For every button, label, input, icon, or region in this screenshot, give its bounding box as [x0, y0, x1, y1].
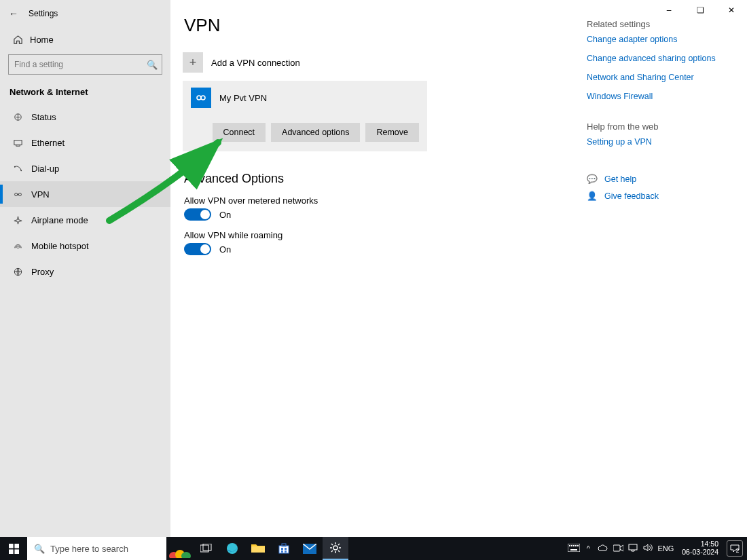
related-settings-heading: Related settings — [587, 19, 729, 29]
svg-point-5 — [18, 193, 21, 195]
svg-rect-37 — [629, 544, 637, 550]
vpn-icon — [12, 189, 23, 200]
network-tray-icon[interactable] — [627, 544, 638, 553]
main-content: – ❏ ✕ VPN + Add a VPN connection My Pvt … — [170, 0, 747, 537]
maximize-button[interactable]: ❏ — [685, 0, 716, 20]
svg-point-4 — [14, 193, 17, 195]
sidebar-item-proxy[interactable]: Proxy — [0, 259, 170, 284]
taskbar: 🔍 Type here to search ^ — [0, 537, 747, 560]
ethernet-icon — [12, 137, 23, 148]
svg-rect-31 — [571, 545, 572, 546]
task-view-icon[interactable] — [194, 537, 219, 560]
sidebar-label: Airplane mode — [31, 215, 88, 225]
sidebar-home[interactable]: Home — [0, 27, 170, 52]
sidebar-home-label: Home — [30, 35, 54, 45]
sidebar-category: Network & Internet — [0, 80, 170, 104]
settings-taskbar-icon[interactable] — [323, 537, 348, 560]
svg-point-8 — [197, 96, 201, 100]
page-title: VPN — [184, 15, 587, 36]
roaming-toggle[interactable] — [184, 243, 211, 255]
svg-point-6 — [17, 247, 18, 248]
taskbar-search[interactable]: 🔍 Type here to search — [27, 537, 166, 560]
edge-icon[interactable] — [219, 537, 245, 560]
minimize-button[interactable]: – — [653, 0, 685, 20]
svg-rect-36 — [613, 545, 620, 551]
window-title: Settings — [29, 9, 58, 18]
airplane-icon — [12, 214, 23, 225]
vpn-name: My Pvt VPN — [219, 93, 267, 103]
svg-rect-34 — [577, 545, 579, 546]
give-feedback-link[interactable]: 👤 Give feedback — [587, 191, 729, 201]
svg-rect-13 — [14, 549, 19, 554]
metered-state: On — [219, 210, 231, 220]
add-vpn-connection[interactable]: + Add a VPN connection — [183, 52, 587, 73]
link-adapter-options[interactable]: Change adapter options — [587, 35, 729, 44]
svg-rect-11 — [14, 544, 19, 548]
svg-rect-29 — [568, 544, 580, 552]
sidebar-item-vpn[interactable]: VPN — [0, 181, 170, 207]
sidebar-label: Dial-up — [31, 164, 59, 174]
vpn-connection-icon — [191, 88, 211, 108]
link-network-sharing-center[interactable]: Network and Sharing Center — [587, 73, 729, 82]
svg-rect-25 — [281, 550, 283, 553]
keyboard-tray-icon[interactable] — [568, 544, 579, 553]
feedback-icon: 👤 — [587, 191, 598, 201]
taskbar-search-placeholder: Type here to search — [50, 544, 128, 554]
connect-button[interactable]: Connect — [213, 123, 266, 142]
sidebar-label: Status — [31, 112, 56, 122]
svg-rect-20 — [251, 546, 265, 553]
sidebar-item-status[interactable]: Status — [0, 104, 170, 130]
hotspot-icon — [12, 240, 23, 251]
language-indicator[interactable]: ENG — [657, 544, 674, 553]
svg-point-19 — [227, 543, 238, 554]
svg-rect-23 — [281, 548, 283, 550]
svg-point-2 — [14, 166, 15, 167]
home-icon — [12, 34, 23, 45]
svg-rect-10 — [9, 544, 14, 548]
metered-toggle[interactable] — [184, 208, 211, 221]
start-button[interactable] — [0, 537, 27, 560]
onedrive-tray-icon[interactable] — [598, 544, 608, 553]
volume-tray-icon[interactable] — [642, 544, 653, 553]
search-icon: 🔍 — [34, 544, 45, 554]
sidebar-item-ethernet[interactable]: Ethernet — [0, 130, 170, 155]
close-button[interactable]: ✕ — [716, 0, 747, 20]
advanced-options-button[interactable]: Advanced options — [271, 123, 360, 142]
link-setting-up-vpn[interactable]: Setting up a VPN — [587, 137, 729, 147]
add-vpn-label: Add a VPN connection — [211, 58, 300, 68]
chevron-up-tray-icon[interactable]: ^ — [583, 544, 594, 553]
svg-point-9 — [201, 96, 205, 100]
mail-icon[interactable] — [297, 537, 323, 560]
svg-rect-21 — [279, 546, 289, 553]
meet-now-tray-icon[interactable] — [613, 544, 623, 553]
sidebar-item-hotspot[interactable]: Mobile hotspot — [0, 233, 170, 259]
svg-point-28 — [333, 546, 338, 550]
svg-rect-33 — [575, 545, 577, 546]
link-advanced-sharing[interactable]: Change advanced sharing options — [587, 54, 729, 63]
sidebar-label: Mobile hotspot — [31, 241, 89, 251]
sidebar-item-airplane[interactable]: Airplane mode — [0, 207, 170, 233]
news-interests-icon[interactable] — [166, 537, 194, 560]
sidebar-item-dialup[interactable]: Dial-up — [0, 155, 170, 181]
settings-sidebar: ← Settings Home 🔍 Network & Internet Sta… — [0, 0, 170, 537]
search-input[interactable] — [13, 59, 147, 70]
svg-rect-35 — [570, 549, 577, 550]
get-help-link[interactable]: 💬 Get help — [587, 174, 729, 184]
action-center-icon[interactable]: 2 — [727, 540, 743, 557]
search-icon: 🔍 — [147, 60, 158, 70]
sidebar-label: Ethernet — [31, 138, 65, 148]
back-icon[interactable]: ← — [7, 8, 20, 19]
search-settings[interactable]: 🔍 — [8, 54, 162, 75]
vpn-entry[interactable]: My Pvt VPN Connect Advanced options Remo… — [183, 81, 427, 151]
metered-label: Allow VPN over metered networks — [184, 195, 587, 206]
link-windows-firewall[interactable]: Windows Firewall — [587, 92, 729, 101]
status-icon — [12, 111, 23, 122]
taskbar-clock[interactable]: 14:50 06-03-2024 — [678, 540, 723, 556]
help-from-web-heading: Help from the web — [587, 122, 729, 132]
chat-icon: 💬 — [587, 174, 598, 184]
store-icon[interactable] — [271, 537, 297, 560]
file-explorer-icon[interactable] — [245, 537, 271, 560]
roaming-label: Allow VPN while roaming — [184, 230, 587, 240]
svg-point-3 — [20, 170, 22, 171]
remove-button[interactable]: Remove — [365, 123, 419, 142]
